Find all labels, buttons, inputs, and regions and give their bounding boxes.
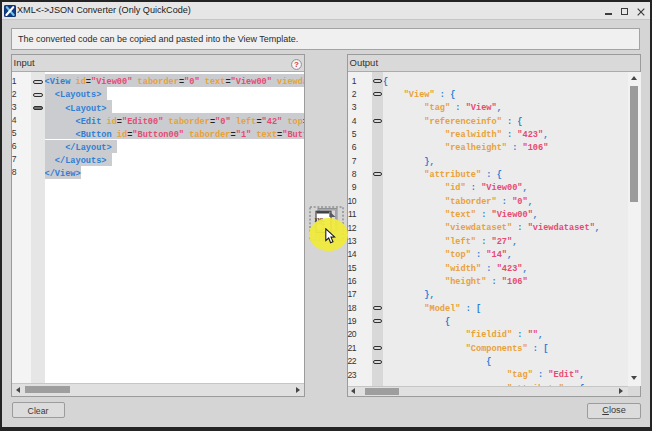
svg-text:?: ?	[294, 60, 299, 69]
